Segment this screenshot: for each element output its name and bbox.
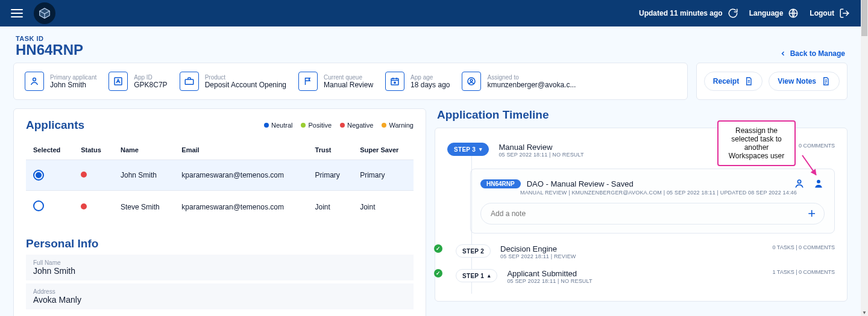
step-title: Applicant Submitted xyxy=(507,269,763,278)
receipt-button[interactable]: Receipt xyxy=(704,72,763,91)
add-note-input[interactable] xyxy=(489,209,804,218)
reassign-icon[interactable] xyxy=(813,178,825,190)
subtask-title: DAO - Manual Review - Saved xyxy=(527,179,634,188)
summary-app-id: App IDGPK8C7P xyxy=(108,72,167,91)
applicants-panel: Applicants Neutral Positive Negative War… xyxy=(13,108,426,316)
app-header: Updated 11 minutes ago Language Logout xyxy=(0,0,861,26)
subtask-badge: HN64RNP xyxy=(480,179,521,188)
step-badge[interactable]: STEP 2 xyxy=(456,244,491,258)
step-right-meta: 1 TASKS | 0 COMMENTS xyxy=(772,269,835,275)
back-link-label: Back to Manage xyxy=(790,49,845,58)
chevron-up-icon: ▴ xyxy=(488,273,491,279)
subtask-card: HN64RNP DAO - Manual Review - Saved xyxy=(470,169,835,234)
callout-tooltip: Reassign the selected task to another Wo… xyxy=(717,120,796,166)
step-meta: 05 SEP 2022 18:11 | NO RESULT xyxy=(507,278,763,284)
step-badge[interactable]: STEP 3▾ xyxy=(447,143,489,156)
summary-card: Primary applicantJohn Smith App IDGPK8C7… xyxy=(13,63,688,100)
cell-super-saver: Joint xyxy=(353,191,414,223)
svg-point-12 xyxy=(394,82,395,84)
svg-point-14 xyxy=(471,79,473,82)
summary-app-age: App age18 days ago xyxy=(385,72,450,91)
notes-icon xyxy=(821,76,831,86)
add-note-input-wrap: + xyxy=(480,203,825,225)
summary-primary-applicant: Primary applicantJohn Smith xyxy=(25,72,96,91)
status-dot xyxy=(81,172,87,178)
step-right-meta: 0 COMMENTS xyxy=(799,143,835,149)
personal-address: Address Avoka Manly xyxy=(26,283,414,309)
col-trust: Trust xyxy=(308,140,353,160)
language-label: Language xyxy=(749,9,784,17)
applicants-table: Selected Status Name Email Trust Super S… xyxy=(26,140,414,223)
row-radio[interactable] xyxy=(33,200,44,211)
col-selected: Selected xyxy=(26,140,74,160)
refresh-icon xyxy=(728,8,738,19)
receipt-button-label: Receipt xyxy=(713,77,739,85)
logout-icon xyxy=(839,8,850,19)
col-name: Name xyxy=(113,140,174,160)
assignee-icon xyxy=(462,72,481,91)
person-icon xyxy=(25,72,44,91)
document-icon xyxy=(744,76,753,86)
browser-scrollbar[interactable]: ▲ ▼ xyxy=(861,0,868,316)
personal-full-name: Full Name John Smith xyxy=(26,254,414,280)
step-title: Decision Engine xyxy=(500,244,763,253)
cell-super-saver: Primary xyxy=(353,160,414,191)
col-super-saver: Super Saver xyxy=(353,140,414,160)
add-note-plus-icon[interactable]: + xyxy=(804,206,819,222)
updated-status[interactable]: Updated 11 minutes ago xyxy=(639,8,738,19)
brand-logo[interactable] xyxy=(34,2,55,24)
chevron-left-icon xyxy=(779,50,787,57)
status-legend: Neutral Positive Negative Warning xyxy=(264,122,414,129)
menu-icon[interactable] xyxy=(11,9,23,17)
svg-point-20 xyxy=(797,180,800,183)
step-meta: 05 SEP 2022 18:11 | REVIEW xyxy=(500,253,763,259)
logout-button[interactable]: Logout xyxy=(810,8,850,19)
check-icon: ✓ xyxy=(434,269,442,277)
view-notes-button[interactable]: View Notes xyxy=(769,72,840,91)
table-row[interactable]: John Smith kparameswaran@temenos.com Pri… xyxy=(26,160,414,191)
table-row[interactable]: Steve Smith kparameswaran@temenos.com Jo… xyxy=(26,191,414,223)
cell-trust: Primary xyxy=(308,160,353,191)
calendar-icon xyxy=(385,72,404,91)
view-notes-button-label: View Notes xyxy=(778,77,816,85)
globe-icon xyxy=(788,8,799,19)
cell-trust: Joint xyxy=(308,191,353,223)
col-status: Status xyxy=(74,140,113,160)
col-email: Email xyxy=(174,140,307,160)
summary-current-queue: Current queueManual Review xyxy=(298,72,373,91)
summary-assigned-to: Assigned tokmunzenberger@avoka.c... xyxy=(462,72,576,91)
unassign-icon[interactable] xyxy=(793,178,805,190)
cell-name: Steve Smith xyxy=(113,191,174,223)
logout-label: Logout xyxy=(810,9,834,17)
svg-point-21 xyxy=(817,180,820,184)
cell-email: kparameswaran@temenos.com xyxy=(174,160,307,191)
svg-point-4 xyxy=(33,78,36,81)
updated-status-label: Updated 11 minutes ago xyxy=(639,9,723,17)
chevron-down-icon: ▾ xyxy=(479,146,482,152)
back-to-manage-link[interactable]: Back to Manage xyxy=(779,49,845,58)
status-dot xyxy=(81,203,87,209)
subtask-meta: MANUAL REVIEW | KMUNZENBERGER@AVOKA.COM … xyxy=(520,190,861,196)
id-icon xyxy=(108,72,128,91)
task-id-value: HN64RNP xyxy=(16,42,83,58)
flag-icon xyxy=(298,72,318,91)
summary-product: ProductDeposit Account Opening xyxy=(180,72,286,91)
summary-actions: Receipt View Notes xyxy=(696,63,848,100)
briefcase-icon xyxy=(180,72,199,91)
cell-email: kparameswaran@temenos.com xyxy=(174,191,307,223)
personal-info-title: Personal Info xyxy=(26,237,414,250)
language-button[interactable]: Language xyxy=(749,8,799,19)
check-icon: ✓ xyxy=(434,244,442,253)
applicants-title: Applicants xyxy=(26,119,84,132)
row-radio[interactable] xyxy=(33,170,44,181)
step-badge[interactable]: STEP 1▴ xyxy=(456,269,497,282)
cell-name: John Smith xyxy=(113,160,174,191)
svg-rect-6 xyxy=(185,79,193,84)
step-right-meta: 0 TASKS | 0 COMMENTS xyxy=(772,244,835,250)
